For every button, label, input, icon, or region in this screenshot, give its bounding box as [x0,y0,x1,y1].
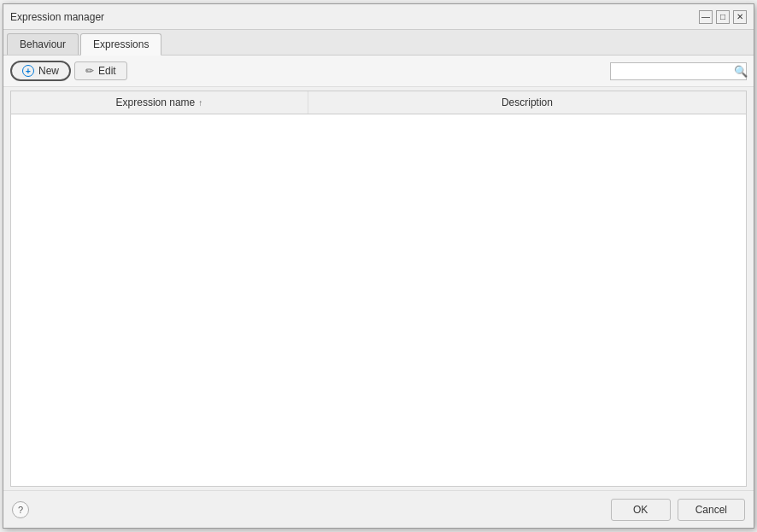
table-header: Expression name ↑ Description [11,91,746,114]
footer: ? OK Cancel [3,490,754,528]
new-button[interactable]: + New [10,61,71,81]
close-button[interactable]: ✕ [733,10,747,24]
table-area: Expression name ↑ Description [10,91,747,487]
window-title: Expression manager [10,11,104,23]
new-icon: + [22,65,34,77]
tab-behaviour-label: Behaviour [20,38,66,50]
edit-icon: ✏ [85,65,94,77]
toolbar: + New ✏ Edit 🔍 [3,56,754,87]
edit-button-label: Edit [98,65,116,77]
footer-buttons: OK Cancel [611,499,745,521]
search-button[interactable]: 🔍 [734,65,748,78]
help-icon: ? [18,505,23,515]
column-header-name[interactable]: Expression name ↑ [11,91,308,114]
cancel-button[interactable]: Cancel [678,499,745,521]
tab-expressions-label: Expressions [93,38,149,50]
minimize-button[interactable]: — [699,10,713,24]
expression-manager-window: Expression manager — □ ✕ Behaviour Expre… [3,3,754,529]
tab-behaviour[interactable]: Behaviour [7,33,79,55]
ok-button[interactable]: OK [611,499,671,521]
new-button-label: New [38,65,59,77]
search-box-wrapper: 🔍 [610,62,747,80]
window-controls: — □ ✕ [699,10,747,24]
search-input[interactable] [614,65,734,77]
column-name-label: Expression name [116,96,196,108]
table-body [11,114,746,486]
title-bar: Expression manager — □ ✕ [3,4,754,30]
edit-button[interactable]: ✏ Edit [74,61,127,80]
tab-expressions[interactable]: Expressions [80,33,161,56]
sort-arrow-icon: ↑ [198,98,202,108]
tab-bar: Behaviour Expressions [3,30,754,56]
help-button[interactable]: ? [12,501,29,518]
maximize-button[interactable]: □ [716,10,730,24]
column-description-label: Description [502,96,553,108]
search-icon: 🔍 [734,65,748,78]
column-header-description[interactable]: Description [308,91,746,114]
